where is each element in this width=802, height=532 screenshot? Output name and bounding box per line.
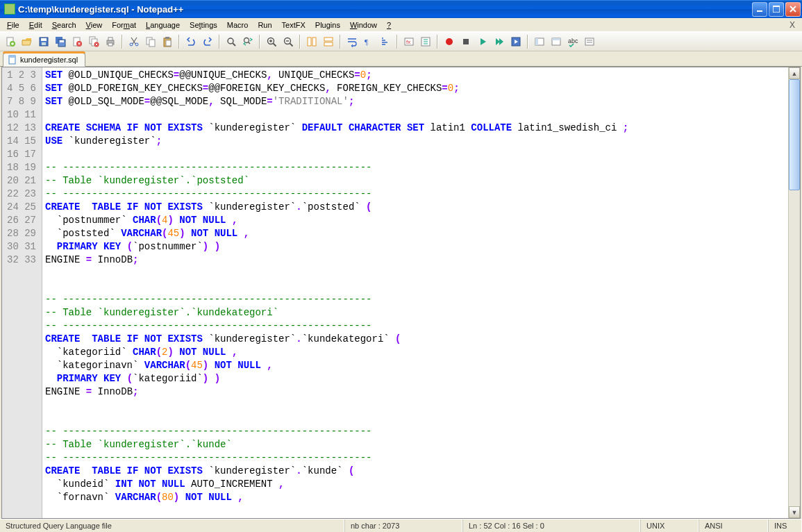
lang-icon[interactable]: fx — [401, 34, 417, 49]
svg-point-27 — [244, 38, 249, 43]
close-document-button[interactable]: X — [785, 20, 799, 30]
toolbar-separator — [259, 35, 260, 49]
spell-icon[interactable]: abc — [565, 34, 580, 49]
save-macro-icon[interactable] — [508, 34, 524, 49]
status-bar: Structured Query Language file nb char :… — [0, 519, 802, 532]
toolbar-separator — [396, 35, 398, 49]
code-content[interactable]: SET @OLD_UNIQUE_CHECKS=@@UNIQUE_CHECKS, … — [42, 67, 788, 518]
scroll-thumb[interactable] — [789, 79, 800, 190]
tab-strip: kunderegister.sql — [0, 51, 802, 67]
print-icon[interactable] — [103, 34, 118, 49]
folding-icon[interactable] — [418, 34, 433, 49]
play-multi-icon[interactable] — [492, 34, 507, 49]
maximize-button[interactable] — [769, 2, 784, 17]
close-icon[interactable] — [69, 34, 85, 49]
menu-macro[interactable]: Macro — [223, 19, 253, 31]
menu-run[interactable]: Run — [253, 19, 276, 31]
menu-search[interactable]: Search — [48, 19, 81, 31]
window-controls — [752, 2, 801, 17]
play-macro-icon[interactable] — [475, 34, 490, 49]
file-tab-label: kunderegister.sql — [20, 56, 78, 64]
open-file-icon[interactable] — [19, 34, 35, 49]
replace-icon[interactable] — [240, 34, 256, 49]
scroll-track[interactable] — [789, 79, 800, 506]
minimize-button[interactable] — [752, 2, 767, 17]
svg-rect-0 — [757, 10, 762, 12]
scroll-up-arrow[interactable]: ▲ — [789, 67, 800, 79]
line-number-gutter: 1 2 3 4 5 6 7 8 9 10 11 12 13 14 15 16 1… — [2, 67, 42, 518]
editor-area: 1 2 3 4 5 6 7 8 9 10 11 12 13 14 15 16 1… — [1, 67, 801, 519]
indent-guide-icon[interactable] — [378, 34, 393, 49]
menu-help[interactable]: ? — [383, 19, 395, 31]
svg-text:¶: ¶ — [365, 38, 368, 46]
close-window-button[interactable] — [785, 2, 801, 17]
sync-h-icon[interactable] — [321, 34, 336, 49]
window-title: C:\temp\kunderegister.sql - Notepad++ — [18, 4, 752, 15]
sync-v-icon[interactable] — [304, 34, 319, 49]
toolbar-separator — [178, 35, 180, 49]
svg-rect-31 — [312, 38, 316, 46]
status-language: Structured Query Language file — [0, 519, 344, 532]
toolbar-separator — [527, 35, 528, 49]
svg-rect-46 — [585, 38, 594, 45]
toolbar-separator — [437, 35, 438, 49]
svg-rect-18 — [108, 43, 112, 46]
save-icon[interactable] — [36, 34, 51, 49]
svg-rect-2 — [773, 6, 780, 7]
zoom-in-icon[interactable] — [264, 34, 279, 49]
file-tab-active[interactable]: kunderegister.sql — [3, 53, 85, 67]
menu-textfx[interactable]: TextFX — [278, 19, 310, 31]
menu-settings[interactable]: Settings — [185, 19, 222, 31]
scroll-down-arrow[interactable]: ▼ — [789, 506, 800, 518]
close-all-icon[interactable] — [86, 34, 101, 49]
all-chars-icon[interactable]: ¶ — [361, 34, 376, 49]
find-icon[interactable] — [224, 34, 239, 49]
status-mode: INS — [768, 519, 802, 532]
new-file-icon[interactable] — [3, 34, 18, 49]
svg-rect-42 — [535, 38, 538, 45]
svg-rect-7 — [42, 42, 46, 45]
menu-format[interactable]: Format — [108, 19, 140, 31]
wrap-icon[interactable] — [344, 34, 360, 49]
zoom-out-icon[interactable] — [281, 34, 296, 49]
svg-rect-24 — [165, 37, 169, 39]
file-icon — [8, 55, 17, 65]
paste-icon[interactable] — [160, 34, 175, 49]
title-bar: C:\temp\kunderegister.sql - Notepad++ — [0, 0, 802, 18]
svg-rect-30 — [308, 38, 311, 46]
svg-rect-6 — [41, 38, 47, 41]
svg-rect-10 — [60, 40, 64, 42]
menu-window[interactable]: Window — [346, 19, 381, 31]
menu-edit[interactable]: Edit — [25, 19, 47, 31]
redo-icon[interactable] — [200, 34, 215, 49]
svg-rect-33 — [324, 42, 333, 46]
app-icon — [4, 3, 15, 15]
svg-point-19 — [130, 43, 133, 46]
svg-text:fx: fx — [406, 39, 410, 45]
vertical-scrollbar[interactable]: ▲ ▼ — [788, 67, 800, 518]
svg-rect-25 — [166, 40, 171, 46]
save-all-icon[interactable] — [53, 34, 68, 49]
menu-bar: File Edit Search View Format Language Se… — [0, 18, 802, 32]
svg-rect-22 — [149, 40, 155, 47]
menu-language[interactable]: Language — [142, 19, 184, 31]
stop-macro-icon[interactable] — [458, 34, 474, 49]
undo-icon[interactable] — [183, 34, 199, 49]
menu-plugins[interactable]: Plugins — [311, 19, 344, 31]
record-macro-icon[interactable] — [442, 34, 457, 49]
toolbar-separator — [299, 35, 301, 49]
menu-file[interactable]: File — [3, 19, 24, 31]
status-chars: nb char : 2073 — [344, 519, 462, 532]
cut-icon[interactable] — [126, 34, 142, 49]
svg-point-26 — [228, 38, 233, 44]
svg-point-38 — [446, 38, 453, 45]
toggle-3-icon[interactable] — [582, 34, 597, 49]
menu-view[interactable]: View — [82, 19, 107, 31]
toggle-1-icon[interactable] — [532, 34, 547, 49]
svg-point-20 — [135, 43, 138, 46]
toolbar-separator — [340, 35, 341, 49]
svg-rect-44 — [552, 38, 560, 40]
copy-icon[interactable] — [143, 34, 158, 49]
toggle-2-icon[interactable] — [549, 34, 564, 49]
svg-rect-48 — [9, 56, 15, 58]
